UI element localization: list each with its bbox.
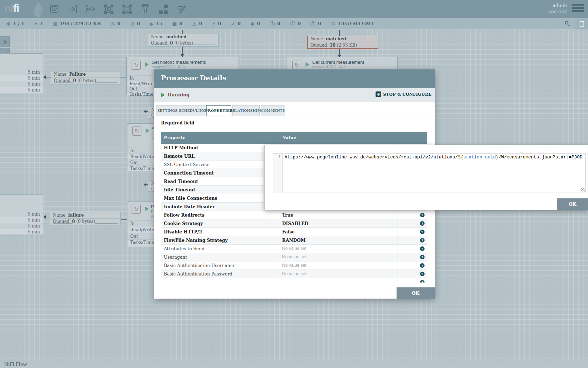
stat-row: 5 min	[0, 229, 43, 234]
connection-arrow	[43, 215, 46, 219]
table-row: Attributes to Send?No value set	[161, 245, 427, 253]
table-header: Property Value	[161, 132, 427, 144]
status-sync-failure: ?0	[310, 21, 321, 26]
status-stale: ↑0	[270, 21, 280, 26]
status-stopped: ■0	[172, 21, 182, 26]
processor-type-icon: ↻	[132, 127, 141, 136]
logout-link[interactable]: LOG OUT	[548, 10, 567, 14]
remote-process-group-icon[interactable]	[122, 4, 132, 14]
connection-line	[121, 219, 127, 220]
connection-arrow	[144, 110, 146, 113]
threads-icon: ⠿	[34, 21, 37, 26]
queued-icon: ≣	[53, 21, 57, 26]
value-editor-textarea[interactable]: https://www.pegelonline.wsv.de/webservic…	[283, 154, 585, 192]
stale-icon: ↑	[270, 21, 275, 26]
table-row: Cookie Strategy?DISABLED	[161, 219, 427, 228]
connection-label-matched-10: Name matched Queued 10 (2.53 KB)	[307, 36, 378, 49]
processor-title: P	[151, 204, 154, 209]
value-cell[interactable]: No value set	[279, 253, 398, 261]
navigate-palette-button[interactable]: ◎	[0, 36, 10, 47]
stopped-icon: ■	[172, 21, 177, 26]
connection-label-failure-top: Name Failure Queued 0 (0 bytes)	[51, 71, 120, 84]
up-to-date-icon: ✔	[231, 21, 235, 26]
tab-properties[interactable]: PROPERTIES	[206, 105, 231, 116]
stat-row: 5 min	[0, 223, 43, 229]
table-row-partial: ?	[161, 278, 427, 282]
status-disabled: ⚡0	[212, 21, 221, 26]
stat-row: 5 min	[0, 87, 43, 93]
connection-line	[120, 77, 127, 77]
sync-failure-icon: ?	[310, 21, 315, 26]
connection-line	[46, 77, 51, 77]
processor-subtitle: InvokeHTTP 1.16.3	[312, 65, 345, 69]
status-cluster: ❖1 / 1	[6, 21, 24, 26]
editor-ok-button[interactable]: OK	[557, 198, 588, 210]
output-port-icon[interactable]	[85, 4, 96, 14]
line-number-gutter: 1	[273, 154, 283, 192]
processor-subtitle: P	[151, 210, 153, 214]
table-row: Follow Redirects?True	[161, 211, 427, 219]
tab-relationships[interactable]: RELATIONSHIPS	[232, 105, 260, 116]
disabled-icon: ⚡	[212, 21, 216, 26]
processor-offscreen-bottom-left: r 5 min 5 min 5 min 5 min	[0, 195, 43, 234]
funnel-icon[interactable]	[140, 4, 150, 14]
status-locally-modified-stale: !0	[290, 21, 301, 26]
table-row: Useragent?No value set	[161, 253, 427, 261]
cluster-icon: ❖	[6, 21, 11, 26]
stat-row: 5 min	[0, 211, 43, 217]
value-cell[interactable]: No value set	[279, 261, 398, 270]
running-icon: ▶	[150, 21, 154, 26]
page-icon	[580, 21, 584, 27]
processor-icon[interactable]	[49, 4, 59, 14]
status-queued: ≣193 / 279.12 KB	[53, 21, 101, 26]
required-field-note: Required field	[161, 121, 194, 125]
process-group-icon[interactable]	[104, 4, 114, 14]
status-running: ▶15	[150, 21, 162, 26]
value-cell[interactable]: False	[279, 228, 398, 236]
app-header: nifi admin LOG OUT	[0, 0, 588, 18]
connection-line	[339, 30, 340, 36]
stat-row: 5 min	[0, 81, 43, 87]
running-icon	[306, 62, 309, 67]
connection-line	[339, 49, 340, 55]
tab-scheduling[interactable]: SCHEDULING	[180, 105, 205, 116]
stat-row: 5 min	[0, 69, 43, 75]
global-menu-button[interactable]	[572, 4, 584, 12]
refresh-icon[interactable]: ↻	[331, 21, 335, 27]
status-bar: ❖1 / 1 ⠿1 ≣193 / 279.12 KB ◎0 ⊘0 ▶15 ■0 …	[0, 18, 588, 29]
value-cell[interactable]: DISABLED	[279, 219, 398, 227]
processor-subtitle: InvokeHTTP 1.16.3	[152, 65, 185, 69]
column-property: Property	[164, 135, 185, 140]
stat-row: 5 min	[0, 217, 43, 223]
tab-settings[interactable]: SETTINGS	[156, 105, 178, 116]
connection-label-failure-bottom: Name failure Queued 0 (0 bytes)	[50, 212, 121, 225]
value-cell[interactable]: No value set	[279, 270, 398, 278]
locally-modified-icon: ✱	[251, 21, 255, 26]
value-cell[interactable]: True	[279, 211, 398, 219]
settings-button[interactable]	[575, 18, 588, 29]
processor-type-icon: ↻	[132, 61, 141, 70]
status-threads: ⠿1	[34, 21, 43, 26]
template-icon[interactable]	[158, 4, 169, 14]
value-cell[interactable]: No value set	[279, 245, 398, 253]
status-last-refresh: ↻13:51:03 GMT	[331, 21, 374, 27]
status-transmitting: ◎0	[111, 21, 120, 26]
breadcrumb-bar: NiFi Flow	[0, 361, 588, 368]
tab-comments[interactable]: COMMENTS	[261, 105, 285, 116]
run-status-label: Running	[168, 92, 190, 97]
input-port-icon[interactable]	[67, 4, 78, 14]
processor-text-fragment: r	[0, 204, 0, 208]
nifi-app: ◎ ❏ r 5 min 5 min 5 min 5 min Name Failu…	[0, 0, 588, 368]
stop-and-configure-button[interactable]: ⚙ STOP & CONFIGURE	[376, 91, 432, 97]
label-icon[interactable]	[176, 4, 187, 14]
value-cell[interactable]: RANDOM	[279, 236, 398, 244]
dialog-status-row: Running ⚙ STOP & CONFIGURE	[154, 88, 435, 102]
resize-handle[interactable]	[581, 188, 585, 192]
status-locally-modified: ✱0	[251, 21, 260, 26]
nifi-drop-icon	[32, 1, 45, 17]
value-editor-area: 1 https://www.pegelonline.wsv.de/webserv…	[273, 153, 586, 192]
table-row: Basic Authentication Username?No value s…	[161, 261, 427, 270]
breadcrumb[interactable]: NiFi Flow	[4, 362, 27, 367]
dialog-ok-button[interactable]: OK	[397, 287, 435, 299]
search-icon[interactable]	[565, 21, 570, 27]
